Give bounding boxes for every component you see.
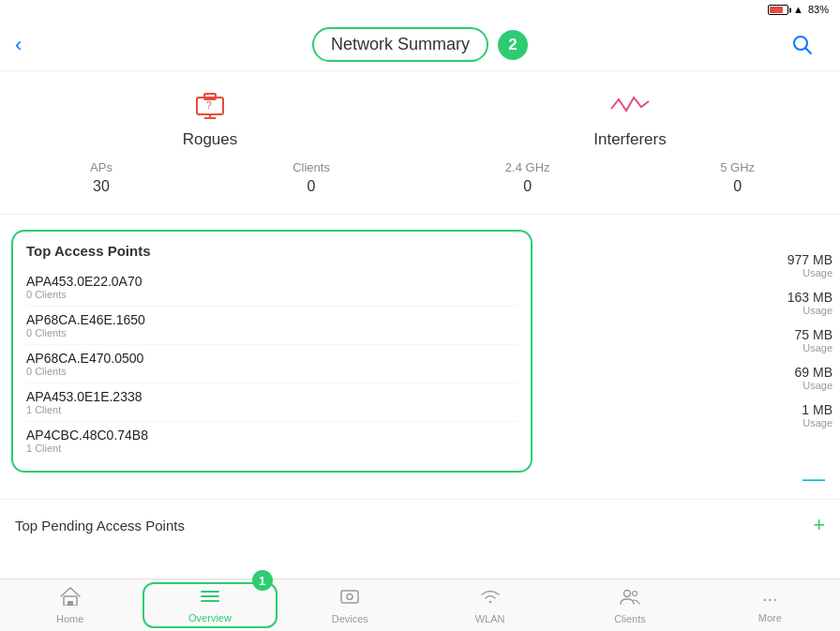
interferers-24ghz: 2.4 GHz 0 bbox=[505, 160, 550, 195]
ap-name: AP68CA.E46E.1650 bbox=[26, 312, 518, 327]
ap-name: AP4CBC.48C0.74B8 bbox=[26, 428, 518, 443]
ap-clients: 1 Client bbox=[26, 404, 518, 415]
usage-column: 977 MB Usage 163 MB Usage 75 MB Usage 69… bbox=[536, 215, 840, 484]
search-icon bbox=[792, 35, 813, 55]
ap-content-area: Top Access Points APA453.0E22.0A70 0 Cli… bbox=[0, 215, 840, 484]
nav-wlan[interactable]: WLAN bbox=[420, 579, 560, 631]
main-content: ? Rogues APs 30 Clients 0 bbox=[0, 71, 840, 578]
wifi-icon: ▲ bbox=[793, 4, 803, 15]
svg-text:?: ? bbox=[206, 100, 212, 111]
header-center: Network Summary 2 bbox=[312, 27, 528, 62]
ap-info: APA453.0E22.0A70 0 Clients bbox=[26, 274, 518, 300]
nav-overview-label: Overview bbox=[188, 612, 232, 623]
usage-entry: 977 MB Usage bbox=[536, 252, 832, 278]
search-button[interactable] bbox=[788, 30, 825, 60]
nav-clients-label: Clients bbox=[614, 613, 646, 624]
nav-more-label: More bbox=[758, 612, 782, 623]
nav-home[interactable]: Home bbox=[0, 579, 140, 631]
ap-item[interactable]: APA453.0E1E.2338 1 Client bbox=[26, 383, 518, 421]
content-wrapper: ? Rogues APs 30 Clients 0 bbox=[0, 71, 840, 578]
header: ‹ Network Summary 2 bbox=[0, 19, 840, 71]
summary-section: ? Rogues APs 30 Clients 0 bbox=[0, 81, 840, 215]
nav-wlan-label: WLAN bbox=[475, 613, 505, 624]
battery-icon bbox=[768, 4, 788, 15]
nav-overview[interactable]: Overview 1 bbox=[140, 579, 279, 631]
nav-devices-label: Devices bbox=[332, 613, 368, 624]
network-summary-badge: Network Summary bbox=[312, 27, 488, 62]
rogues-clients: Clients 0 bbox=[292, 160, 330, 195]
overview-badge: 1 bbox=[252, 570, 273, 591]
wlan-icon bbox=[479, 587, 502, 610]
clients-icon bbox=[619, 587, 641, 610]
svg-rect-12 bbox=[341, 591, 358, 603]
interferers-section: Interferers 2.4 GHz 0 5 GHz 0 bbox=[420, 90, 840, 195]
devices-icon bbox=[339, 587, 360, 610]
ap-clients: 0 Clients bbox=[26, 289, 518, 300]
tap-title: Top Access Points bbox=[26, 243, 518, 259]
header-title: Network Summary bbox=[331, 35, 470, 53]
usage-value: 977 MB bbox=[788, 252, 832, 267]
ap-clients: 0 Clients bbox=[26, 327, 518, 338]
nav-more[interactable]: ··· More bbox=[700, 579, 840, 631]
ap-name: APA453.0E22.0A70 bbox=[26, 274, 518, 289]
overview-icon bbox=[200, 588, 220, 609]
bottom-nav: Home Overview 1 Devices WLAN bbox=[0, 578, 840, 631]
usage-label: Usage bbox=[802, 267, 832, 278]
ap-info: AP68CA.E470.0500 0 Clients bbox=[26, 351, 518, 377]
back-arrow-icon[interactable]: ‹ bbox=[15, 33, 22, 57]
usage-value: 75 MB bbox=[795, 327, 832, 342]
svg-point-14 bbox=[623, 590, 630, 596]
ap-list: APA453.0E22.0A70 0 Clients AP68CA.E46E.1… bbox=[26, 268, 518, 459]
nav-home-label: Home bbox=[56, 613, 83, 624]
ap-clients: 1 Client bbox=[26, 443, 518, 454]
interferers-icon bbox=[608, 90, 652, 127]
ap-item[interactable]: AP68CA.E470.0500 0 Clients bbox=[26, 344, 518, 383]
ap-name: APA453.0E1E.2338 bbox=[26, 389, 518, 404]
ap-item[interactable]: APA453.0E22.0A70 0 Clients bbox=[26, 268, 518, 306]
status-right: ▲ 83% bbox=[768, 4, 829, 15]
usage-value: 69 MB bbox=[795, 365, 832, 380]
home-icon bbox=[60, 587, 81, 610]
rogues-label: Rogues bbox=[183, 130, 238, 149]
nav-clients[interactable]: Clients bbox=[560, 579, 699, 631]
pending-plus-icon[interactable]: + bbox=[813, 513, 825, 537]
rogues-icon: ? bbox=[193, 90, 227, 127]
more-icon: ··· bbox=[762, 588, 778, 609]
ap-info: APA453.0E1E.2338 1 Client bbox=[26, 389, 518, 415]
svg-rect-8 bbox=[68, 601, 73, 606]
svg-line-1 bbox=[806, 48, 812, 53]
usage-label: Usage bbox=[802, 342, 832, 353]
usage-label: Usage bbox=[802, 305, 832, 316]
ap-info: AP68CA.E46E.1650 0 Clients bbox=[26, 312, 518, 338]
badge-count: 2 bbox=[508, 36, 517, 54]
badge-circle: 2 bbox=[498, 30, 528, 60]
usage-entry: 1 MB Usage bbox=[536, 402, 832, 428]
usage-value: 163 MB bbox=[788, 290, 832, 305]
svg-point-13 bbox=[347, 593, 352, 599]
ap-clients: 0 Clients bbox=[26, 366, 518, 377]
usage-entry: 75 MB Usage bbox=[536, 327, 832, 353]
pending-label: Top Pending Access Points bbox=[15, 518, 185, 533]
interferers-5ghz: 5 GHz 0 bbox=[720, 160, 755, 195]
usage-entry: 69 MB Usage bbox=[536, 365, 832, 391]
rogues-stats: APs 30 Clients 0 bbox=[0, 160, 420, 195]
interferers-stats: 2.4 GHz 0 5 GHz 0 bbox=[420, 160, 840, 195]
usage-label: Usage bbox=[802, 380, 832, 391]
status-bar: ▲ 83% bbox=[0, 0, 840, 19]
pending-row: Top Pending Access Points + bbox=[0, 499, 840, 550]
ap-name: AP68CA.E470.0500 bbox=[26, 351, 518, 366]
battery-percent: 83% bbox=[808, 4, 829, 15]
interferers-label: Interferers bbox=[593, 130, 666, 149]
ap-info: AP4CBC.48C0.74B8 1 Client bbox=[26, 428, 518, 454]
rogues-aps: APs 30 bbox=[90, 160, 112, 195]
back-button[interactable]: ‹ bbox=[15, 33, 52, 57]
top-access-points-panel: Top Access Points APA453.0E22.0A70 0 Cli… bbox=[11, 230, 532, 473]
usage-entry: 163 MB Usage bbox=[536, 290, 832, 316]
usage-label: Usage bbox=[802, 417, 832, 428]
rogues-section: ? Rogues APs 30 Clients 0 bbox=[0, 90, 420, 195]
svg-point-15 bbox=[632, 591, 637, 595]
ap-item[interactable]: AP68CA.E46E.1650 0 Clients bbox=[26, 306, 518, 344]
nav-devices[interactable]: Devices bbox=[280, 579, 420, 631]
usage-value: 1 MB bbox=[802, 402, 832, 417]
ap-item[interactable]: AP4CBC.48C0.74B8 1 Client bbox=[26, 421, 518, 459]
